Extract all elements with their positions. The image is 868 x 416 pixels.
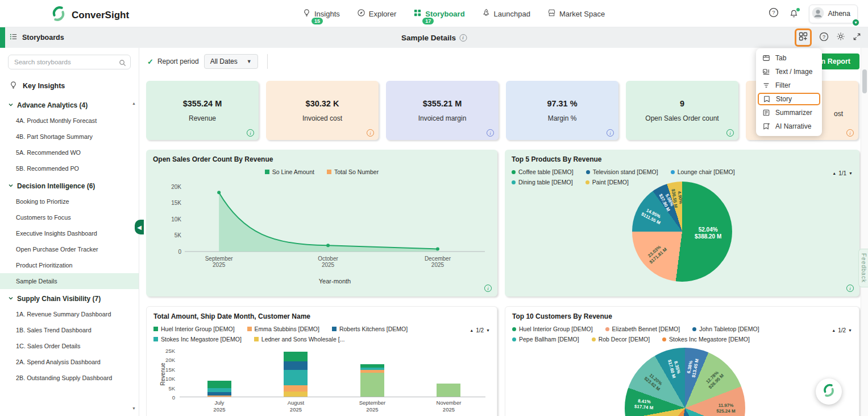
info-icon[interactable]: i bbox=[487, 129, 494, 137]
help-icon[interactable]: ? bbox=[769, 7, 779, 20]
page-up-icon[interactable]: ▲ bbox=[470, 328, 474, 332]
sidebar-item-customers-to-focus[interactable]: Customers to Focus bbox=[0, 209, 139, 225]
nav-item-storyboard[interactable]: Storyboard17 bbox=[413, 9, 464, 19]
legend-item-coffee-table-demo[interactable]: Coffee table [DEMO] bbox=[512, 168, 574, 175]
key-insights-label: Key Insights bbox=[23, 82, 65, 90]
page-indicator: 1/2 bbox=[476, 327, 484, 333]
kpi-card-margin[interactable]: 97.31 %Margin %i bbox=[506, 81, 618, 140]
info-icon[interactable]: i bbox=[247, 129, 254, 137]
info-icon[interactable]: i bbox=[846, 129, 854, 137]
sidebar-item-open-purchase-order-tracker[interactable]: Open Purchase Order Tracker bbox=[0, 241, 139, 257]
sidebar-collapse-handle[interactable]: ◀ bbox=[135, 220, 144, 234]
legend-item-rob-decor-demo[interactable]: Rob Decor [DEMO] bbox=[592, 336, 650, 343]
sidebar-item-4b-part-shortage-summary[interactable]: 4B. Part Shortage Summary bbox=[0, 129, 139, 145]
menu-item-ai-narrative[interactable]: AI Narrative bbox=[756, 120, 822, 133]
menu-item-tab[interactable]: Tab bbox=[756, 51, 822, 65]
legend-item-television-stand-demo[interactable]: Television stand [DEMO] bbox=[586, 168, 658, 175]
legend-item-so-line-amount[interactable]: So Line Amount bbox=[265, 168, 314, 175]
athena-chat-button[interactable] bbox=[816, 378, 842, 405]
search-icon[interactable] bbox=[119, 59, 126, 69]
report-period-select[interactable]: All Dates ▼ bbox=[204, 54, 258, 69]
settings-gear-icon[interactable] bbox=[836, 32, 845, 43]
topnav: ConverSight Insights15ExplorerStoryboard… bbox=[0, 0, 868, 27]
page-down-icon[interactable]: ▼ bbox=[848, 328, 852, 332]
scrollbar[interactable] bbox=[861, 48, 868, 416]
info-icon[interactable]: i bbox=[846, 285, 854, 292]
menu-item-story[interactable]: Story bbox=[758, 93, 820, 105]
add-widget-icon[interactable] bbox=[798, 31, 808, 44]
stacked-bar-chart[interactable]: 25K20K15K10K5K0Revenue bbox=[180, 351, 485, 397]
bar-september-2025[interactable] bbox=[360, 364, 384, 397]
page-info-icon[interactable]: i bbox=[459, 34, 467, 42]
sidebar-item-1b-sales-trend-dashboard[interactable]: 1B. Sales Trend Dashboard bbox=[0, 322, 139, 338]
launchpad-icon bbox=[482, 9, 491, 19]
legend-item-roberts-kitchens-demo[interactable]: Roberts Kitchens [DEMO] bbox=[332, 326, 408, 332]
bar-july-2025[interactable] bbox=[207, 381, 231, 397]
legend-item-huel-interior-group-demo[interactable]: Huel Interior Group [DEMO] bbox=[153, 326, 235, 332]
legend-item-stokes-inc-megastore-demo[interactable]: Stokes Inc Megastore [DEMO] bbox=[662, 336, 750, 343]
storyboards-toggle[interactable]: Storyboards bbox=[9, 27, 64, 48]
sidebar-scroll-down-icon[interactable]: ▼ bbox=[132, 406, 136, 410]
nav-item-explorer[interactable]: Explorer bbox=[357, 9, 396, 19]
bar-november-2025[interactable] bbox=[437, 384, 460, 397]
sidebar-item-5a-recommended-wo[interactable]: 5A. Recommended WO bbox=[0, 145, 139, 160]
legend-item-john-tabletop-demo[interactable]: John Tabletop [DEMO] bbox=[692, 326, 759, 332]
legend-item-paint-demo[interactable]: Paint [DEMO] bbox=[585, 179, 629, 186]
scrollbar-thumb[interactable] bbox=[862, 69, 867, 93]
search-input[interactable] bbox=[8, 55, 131, 69]
sidebar-item-key-insights[interactable]: Key Insights bbox=[0, 73, 139, 96]
info-icon[interactable]: i bbox=[484, 285, 492, 292]
legend-item-emma-stubbins-demo[interactable]: Emma Stubbins [DEMO] bbox=[247, 326, 319, 332]
sidebar-item-product-prioritization[interactable]: Product Prioritization bbox=[0, 257, 139, 273]
sidebar-item-4a-product-monthly-forecast[interactable]: 4A. Product Monthly Forecast bbox=[0, 113, 139, 129]
board-help-icon[interactable]: ? bbox=[819, 32, 829, 44]
kpi-card-open-sales-order-count[interactable]: 9Open Sales Order counti bbox=[626, 81, 738, 140]
sidebar-item-executive-insights-dashboard[interactable]: Executive Insights Dashboard bbox=[0, 225, 139, 241]
brand[interactable]: ConverSight bbox=[50, 5, 129, 25]
page-down-icon[interactable]: ▼ bbox=[486, 328, 490, 332]
sidebar-group-advance-analytics-4[interactable]: Advance Analytics (4) bbox=[0, 96, 139, 113]
sidebar-scroll-up-icon[interactable]: ▲ bbox=[132, 101, 136, 105]
menu-item-filter[interactable]: Filter bbox=[756, 79, 822, 92]
sidebar-item-sample-details[interactable]: Sample Details bbox=[0, 273, 139, 289]
feedback-tab[interactable]: Feedback bbox=[858, 249, 868, 287]
legend-item-ledner-and-sons-wholesale[interactable]: Ledner and Sons Wholesale [... bbox=[254, 336, 345, 343]
nav-item-launchpad[interactable]: Launchpad bbox=[482, 9, 530, 19]
legend-item-huel-interior-group-demo[interactable]: Huel Interior Group [DEMO] bbox=[512, 326, 593, 332]
info-icon[interactable]: i bbox=[367, 129, 374, 137]
legend-item-elizabeth-bennet-demo[interactable]: Elizabeth Bennet [DEMO] bbox=[605, 326, 680, 332]
charts-grid: Open Sales Order Count By Revenue So Lin… bbox=[139, 150, 868, 416]
legend-item-pepe-ballham-demo[interactable]: Pepe Ballham [DEMO] bbox=[512, 336, 579, 343]
legend-item-stokes-inc-megastore-demo[interactable]: Stokes Inc Megastore [DEMO] bbox=[153, 336, 242, 343]
page-down-icon[interactable]: ▼ bbox=[849, 171, 853, 175]
nav-item-insights[interactable]: Insights15 bbox=[302, 9, 340, 19]
sidebar-group-supply-chain-visibility-7[interactable]: Supply Chain Visibility (7) bbox=[0, 289, 139, 306]
legend-item-dining-table-demo[interactable]: Dining table [DEMO] bbox=[512, 179, 573, 186]
pie-chart[interactable]: 52.04%$388.20 M23.03%$171.81 M14.95%$111… bbox=[632, 182, 732, 282]
sidebar-group-decision-intelligence-6[interactable]: Decision Intelligence (6) bbox=[0, 176, 139, 193]
page-up-icon[interactable]: ▲ bbox=[832, 328, 836, 332]
info-icon[interactable]: i bbox=[607, 129, 614, 137]
legend-item-lounge-chair-demo[interactable]: Lounge chair [DEMO] bbox=[671, 168, 735, 175]
kpi-card-revenue[interactable]: $355.24 MRevenuei bbox=[146, 81, 259, 140]
sidebar-item-booking-to-priortize[interactable]: Booking to Priortize bbox=[0, 193, 139, 209]
sidebar-item-1c-sales-order-details[interactable]: 1C. Sales Order Details bbox=[0, 338, 139, 354]
pie-chart[interactable]: 6.38%$13.45 M12.78%$26.95 M11.97%$25.24 … bbox=[625, 348, 745, 416]
expand-icon[interactable] bbox=[853, 32, 861, 43]
menu-item-summarizer[interactable]: Summarizer bbox=[756, 106, 822, 120]
sidebar-item-2a-spend-analysis-dashboard[interactable]: 2A. Spend Analysis Dashboard bbox=[0, 354, 139, 370]
menu-item-text-image[interactable]: Text / Image bbox=[756, 65, 822, 79]
filter-check-icon[interactable]: ✓ bbox=[147, 57, 153, 66]
bar-august-2025[interactable] bbox=[284, 352, 308, 397]
kpi-card-invoiced-cost[interactable]: $30.32 KInvoiced costi bbox=[266, 81, 379, 140]
info-icon[interactable]: i bbox=[726, 129, 734, 137]
nav-item-market-space[interactable]: Market Space bbox=[547, 9, 605, 19]
legend-item-total-so-number[interactable]: Total So Number bbox=[327, 168, 379, 175]
user-menu[interactable]: Athena ▼ bbox=[809, 5, 858, 23]
notifications-bell-icon[interactable] bbox=[789, 9, 799, 19]
page-up-icon[interactable]: ▲ bbox=[832, 171, 836, 175]
sidebar-item-2b-outstanding-supply-dashboard[interactable]: 2B. Outstanding Supply Dashboard bbox=[0, 370, 139, 386]
sidebar-item-5b-recommended-po[interactable]: 5B. Recommended PO bbox=[0, 160, 139, 176]
kpi-card-invoiced-margin[interactable]: $355.21 MInvoiced margini bbox=[386, 81, 499, 140]
sidebar-item-1a-revenue-summary-dashboard[interactable]: 1A. Revenue Summary Dashboard bbox=[0, 306, 139, 322]
